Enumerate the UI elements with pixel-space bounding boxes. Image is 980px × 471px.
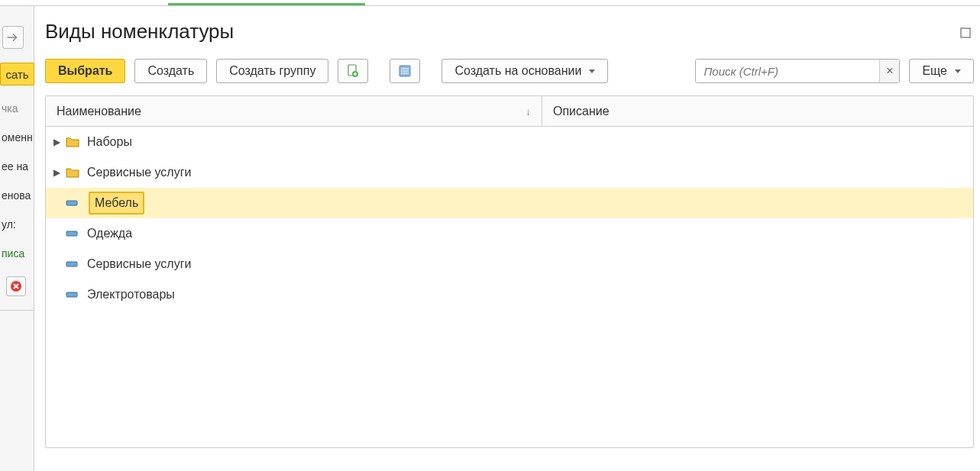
create-based-label: Создать на основании: [454, 64, 581, 78]
create-label: Создать: [147, 64, 194, 78]
left-label-2: оменн: [0, 131, 34, 144]
page-title-row: Виды номенклатуры: [45, 20, 974, 44]
col-desc-label: Описание: [553, 105, 610, 118]
clear-icon: ×: [886, 64, 893, 78]
toolbar: Выбрать Создать Создать группу Создать н…: [45, 59, 974, 83]
create-group-label: Создать группу: [229, 64, 315, 78]
copy-button[interactable]: [338, 59, 368, 83]
table-row[interactable]: ▶ Электротовары: [46, 279, 973, 310]
table-row[interactable]: ▶ Сервисные услуги: [46, 249, 973, 279]
table-row[interactable]: ▶ Одежда: [46, 218, 973, 249]
left-label-3: ее на: [0, 160, 34, 173]
top-tab-bar: [0, 0, 980, 6]
left-close-button[interactable]: [6, 276, 26, 296]
column-header-name[interactable]: Наименование ↓: [46, 96, 542, 126]
item-icon: [66, 258, 79, 270]
item-icon: [66, 197, 79, 209]
left-label-4: енова: [0, 189, 34, 202]
item-icon: [66, 289, 79, 301]
maximize-icon: [960, 27, 971, 38]
document-add-icon: [346, 64, 360, 78]
left-label-6: писа: [0, 247, 34, 260]
maximize-button[interactable]: [960, 20, 974, 44]
row-label: Электротовары: [87, 288, 175, 302]
create-button[interactable]: Создать: [134, 59, 207, 83]
table-header: Наименование ↓ Описание: [46, 96, 973, 127]
left-divider: [0, 310, 34, 311]
svg-rect-9: [66, 231, 77, 236]
left-label-1: чка: [0, 102, 34, 115]
table-body: ▶ Наборы ▶ Сервисные услуги ▶ Меб: [46, 127, 973, 447]
svg-rect-8: [66, 201, 77, 205]
expand-caret-icon[interactable]: ▶: [52, 167, 61, 178]
search-box: ×: [695, 59, 900, 83]
row-label: Сервисные услуги: [87, 257, 191, 271]
left-label-5: ул:: [0, 218, 34, 231]
expand-caret-icon[interactable]: ▶: [52, 137, 61, 147]
item-icon: [66, 227, 79, 240]
arrow-right-icon: [6, 32, 20, 43]
table-row[interactable]: ▶ Наборы: [46, 127, 973, 157]
list-icon: [398, 64, 412, 78]
page-title: Виды номенклатуры: [45, 20, 234, 44]
row-label: Одежда: [87, 227, 132, 240]
svg-rect-1: [961, 28, 970, 37]
table: Наименование ↓ Описание ▶ Наборы ▶: [45, 95, 974, 448]
search-input[interactable]: [696, 60, 879, 82]
more-label: Еще: [922, 64, 947, 78]
row-label: Мебель: [89, 192, 144, 215]
svg-rect-10: [66, 262, 77, 266]
select-label: Выбрать: [58, 64, 112, 78]
row-label: Сервисные услуги: [87, 166, 191, 179]
close-error-icon: [10, 280, 22, 292]
left-save-button[interactable]: сать: [0, 63, 34, 85]
search-clear-button[interactable]: ×: [879, 60, 899, 82]
chevron-down-icon: [955, 69, 961, 73]
select-button[interactable]: Выбрать: [45, 59, 125, 83]
sort-arrow-icon: ↓: [526, 105, 531, 118]
chevron-down-icon: [589, 69, 595, 73]
list-view-button[interactable]: [390, 59, 420, 83]
create-based-button[interactable]: Создать на основании: [441, 59, 608, 83]
column-header-desc[interactable]: Описание: [542, 96, 973, 126]
table-row[interactable]: ▶ Мебель: [46, 188, 973, 218]
back-button[interactable]: [2, 26, 24, 49]
svg-rect-11: [66, 292, 77, 297]
row-label: Наборы: [87, 135, 132, 149]
more-button[interactable]: Еще: [909, 59, 974, 83]
main-panel: Виды номенклатуры Выбрать Создать Создат…: [34, 6, 980, 471]
table-row[interactable]: ▶ Сервисные услуги: [46, 157, 973, 188]
create-group-button[interactable]: Создать группу: [216, 59, 328, 83]
left-sidebar: сать чка оменн ее на енова ул: писа: [0, 6, 34, 471]
active-tab-underline: [168, 3, 365, 5]
left-save-label: сать: [5, 68, 28, 81]
col-name-label: Наименование: [57, 105, 141, 118]
folder-icon: [66, 136, 79, 148]
folder-icon: [66, 166, 79, 179]
